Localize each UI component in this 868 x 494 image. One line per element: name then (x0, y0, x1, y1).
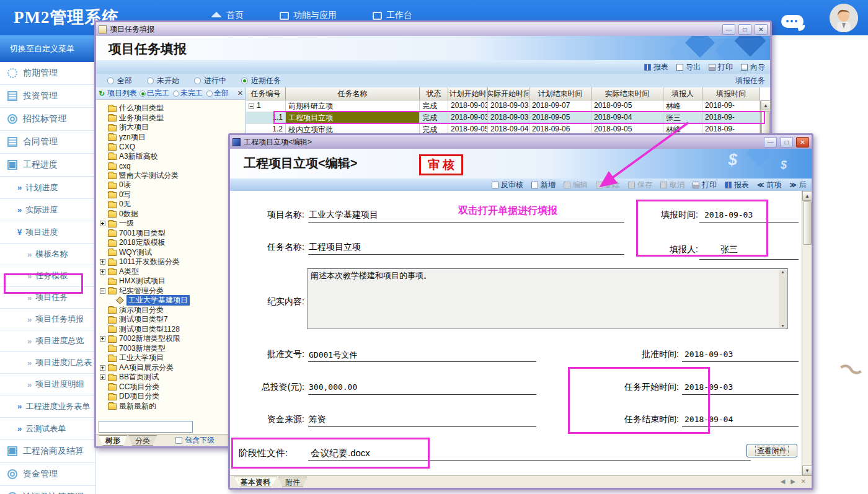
tree-item-0写[interactable]: 0写 (100, 190, 246, 200)
sidebar-item-资金管理[interactable]: 资金管理 (0, 463, 95, 486)
tree-item-AA项目展示分类[interactable]: +AA项目展示分类 (100, 363, 246, 373)
tree-radio-已完工[interactable]: 已完工 (140, 88, 169, 99)
sidebar-item-工程进度业务表单[interactable]: »工程进度业务表单 (0, 395, 95, 418)
expander-icon[interactable]: + (100, 365, 105, 371)
filter-未开始[interactable]: 未开始 (141, 74, 185, 87)
maximize-button[interactable]: □ (780, 137, 793, 148)
sidebar-item-模板名称[interactable]: »模板名称 (0, 244, 95, 265)
stage-file-value[interactable]: 会议纪要.docx (311, 448, 370, 459)
chat-icon[interactable] (781, 15, 806, 31)
project-name-field[interactable] (308, 222, 624, 223)
column-header-任务名称[interactable]: 任务名称 (286, 87, 420, 100)
win1-titlebar[interactable]: 项目任务填报 — □ ✕ (96, 22, 770, 36)
tree-item-浙大项目[interactable]: 浙大项目 (100, 123, 246, 133)
expander-icon[interactable]: + (100, 221, 105, 226)
table-row-1[interactable]: −1前期科研立项完成2018-09-032018-09-032018-09-07… (246, 100, 770, 112)
switch-custom-menu[interactable]: 切换至自定义菜单 (0, 35, 95, 62)
task-end-field[interactable] (682, 426, 799, 427)
filler-field[interactable] (699, 259, 799, 260)
sidebar-item-前期管理[interactable]: 前期管理 (0, 62, 95, 85)
tree-item-0读[interactable]: 0读 (100, 180, 246, 190)
scroll-thumb[interactable] (803, 201, 812, 245)
approval-no-field[interactable] (308, 361, 536, 362)
column-header-计划开始时[interactable]: 计划开始时 (448, 87, 488, 100)
textarea-scrollbar[interactable]: ▲▼ (779, 270, 787, 328)
tab-tree-view[interactable]: 树形 (99, 435, 127, 446)
scroll-down-icon[interactable]: ▼ (802, 465, 812, 475)
tree-radio-未完工[interactable]: 未完工 (173, 88, 203, 99)
tree-item-7001项目类型[interactable]: 7001项目类型 (100, 229, 246, 239)
expander-icon[interactable]: + (100, 269, 105, 275)
close-button[interactable]: ✕ (755, 24, 768, 35)
task-start-field[interactable] (682, 394, 799, 395)
toolbar-前项[interactable]: ≪前项 (757, 180, 782, 190)
tree-close-icon[interactable]: ✕ (237, 89, 243, 97)
sidebar-item-项目进度明细[interactable]: »项目进度明细 (0, 374, 95, 395)
tree-item-7002新增类型权限[interactable]: +7002新增类型权限 (100, 334, 246, 344)
task-name-field[interactable] (308, 254, 624, 255)
sidebar-item-项目任务[interactable]: »项目任务 (0, 287, 95, 309)
tree-item-工业大学基建项目[interactable]: 工业大学基建项目 (100, 296, 246, 306)
tree-item-A类型[interactable]: +A类型 (100, 267, 246, 277)
toolbar-报表[interactable]: 报表 (725, 180, 749, 190)
task-name-value[interactable]: 工程项目立项 (309, 242, 361, 253)
tree-item-7003新增类型[interactable]: 7003新增类型 (100, 344, 246, 354)
tree-item-DD项目分类[interactable]: DD项目分类 (100, 392, 246, 402)
sidebar-item-云测试表单[interactable]: »云测试表单 (0, 418, 95, 440)
total-investment-field[interactable] (308, 394, 536, 395)
task-start-value[interactable]: 2018-09-03 (684, 382, 733, 392)
tree-item-一级[interactable]: +一级 (100, 219, 246, 229)
table-row-1.1[interactable]: 1.1工程项目立项完成2018-09-032018-09-032018-09-0… (246, 112, 770, 124)
toolbar-打印[interactable]: 打印 (709, 62, 733, 73)
sidebar-item-实际进度[interactable]: »实际进度 (0, 199, 95, 221)
scroll-up-icon[interactable]: ▲ (781, 270, 785, 274)
column-header-填报人[interactable]: 填报人 (663, 87, 702, 100)
tree-item-什么项目类型[interactable]: 什么项目类型 (100, 104, 246, 113)
sidebar-item-合同管理[interactable]: 合同管理 (0, 131, 95, 154)
total-investment-value[interactable]: 300,000.00 (309, 382, 357, 392)
tree-item-测试项目类型7[interactable]: 测试项目类型7 (100, 315, 246, 325)
sidebar-item-项目进度汇总表[interactable]: »项目进度汇总表 (0, 352, 95, 374)
tree-radio-全部[interactable]: 全部 (206, 88, 229, 99)
tree-item-业务项目类型[interactable]: 业务项目类型 (100, 113, 246, 123)
filler-value[interactable]: 张三 (720, 244, 738, 255)
toolbar-向导[interactable]: 向导 (741, 62, 765, 73)
tree-item-演示项目分类[interactable]: 演示项目分类 (100, 306, 246, 315)
tree-item-最新最新的[interactable]: 最新最新的 (100, 402, 246, 412)
sidebar-item-任务模板[interactable]: »任务模板 (0, 265, 95, 287)
task-end-value[interactable]: 2018-09-04 (684, 415, 733, 424)
sidebar-item-项目任务填报[interactable]: »项目任务填报 (0, 309, 95, 330)
fill-time-field[interactable] (699, 222, 799, 223)
user-avatar[interactable] (830, 4, 858, 32)
column-header-实际结束时间[interactable]: 实际结束时间 (591, 87, 663, 100)
scroll-up-icon[interactable]: ▲ (802, 191, 812, 201)
tab-nav-icons[interactable]: ◀ ▶ ✕ (781, 478, 808, 485)
close-button[interactable]: ✕ (796, 137, 809, 148)
tree-item-2018定版模板[interactable]: 2018定版模板 (100, 238, 246, 248)
tree-item-0无[interactable]: 0无 (100, 200, 246, 210)
scroll-up-icon[interactable]: ▲ (761, 100, 771, 110)
fund-source-value[interactable]: 筹资 (309, 414, 326, 425)
tree-item-CC项目分类[interactable]: CC项目分类 (100, 382, 246, 392)
tree-search-input[interactable] (99, 421, 193, 433)
toolbar-报表[interactable]: 报表 (644, 62, 668, 73)
expander-icon[interactable]: + (100, 336, 105, 342)
tab-basic-info[interactable]: 基本资料 (234, 477, 277, 487)
approval-time-field[interactable] (682, 361, 799, 362)
minimize-button[interactable]: — (722, 24, 735, 35)
filter-近期任务[interactable]: 近期任务 (235, 74, 287, 87)
expander-icon[interactable]: + (100, 374, 105, 380)
sidebar-item-项目进度[interactable]: ¥项目进度 (0, 221, 95, 244)
include-sub-checkbox[interactable]: 包含下级 (175, 435, 215, 446)
toolbar-后[interactable]: ≫后 (789, 180, 807, 190)
view-attachment-button[interactable]: 查看附件 (746, 444, 797, 457)
expander-icon[interactable]: + (100, 259, 105, 265)
tree-item-HMX测试项目[interactable]: HMX测试项目 (100, 276, 246, 286)
filter-进行中[interactable]: 进行中 (188, 74, 232, 87)
stage-file-field[interactable] (308, 460, 751, 461)
minimize-button[interactable]: — (764, 137, 777, 148)
maximize-button[interactable]: □ (738, 24, 751, 35)
expander-icon[interactable]: − (100, 288, 105, 294)
tree-item-BB首页测试[interactable]: +BB首页测试 (100, 373, 246, 382)
column-header-计划结束时间[interactable]: 计划结束时间 (529, 87, 591, 100)
